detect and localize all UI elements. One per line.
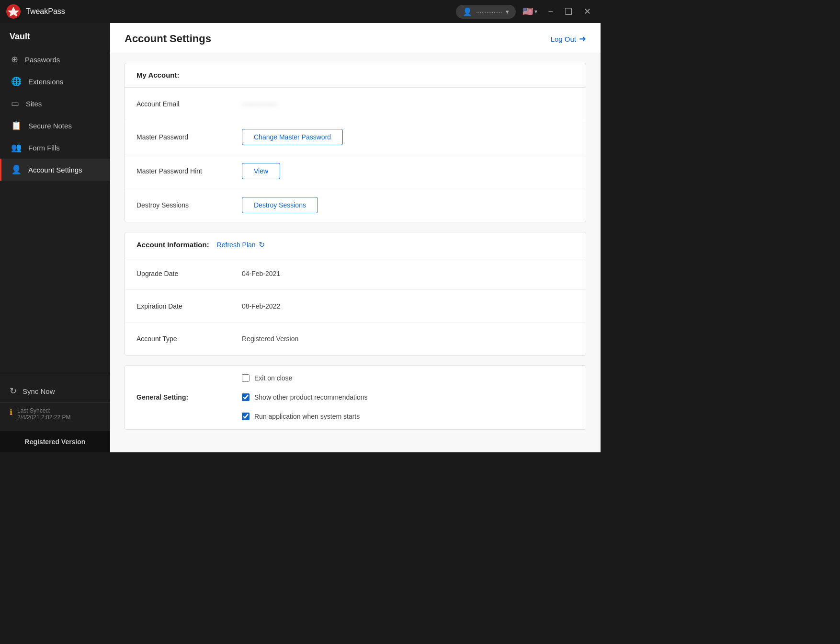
account-info-title: Account Information:: [136, 241, 209, 249]
exit-on-close-label: Exit on close: [254, 374, 292, 382]
logout-icon: ➜: [579, 34, 586, 44]
info-icon: ℹ: [10, 408, 12, 417]
my-account-header: My Account:: [125, 63, 586, 88]
general-setting-header-row: General Setting: Exit on close Show othe…: [125, 366, 586, 429]
general-setting-section: General Setting: Exit on close Show othe…: [125, 365, 586, 430]
exit-on-close-row[interactable]: Exit on close: [242, 374, 368, 382]
expiration-date-value: 08-Feb-2022: [242, 302, 280, 310]
general-setting-label: General Setting:: [136, 393, 242, 401]
user-badge[interactable]: 👤 ··············· ▾: [456, 5, 516, 19]
flag-dropdown-icon: ▾: [534, 8, 537, 15]
expiration-date-label: Expiration Date: [136, 302, 242, 310]
upgrade-date-value: 04-Feb-2021: [242, 270, 280, 277]
account-email-row: Account Email ···················: [125, 88, 586, 120]
sidebar-item-passwords[interactable]: ⊕ Passwords: [0, 48, 110, 70]
show-recommendations-checkbox[interactable]: [242, 393, 250, 401]
last-synced-time: 2/4/2021 2:02:22 PM: [17, 414, 70, 421]
refresh-icon: ↻: [259, 240, 265, 249]
titlebar: TweakPass 👤 ··············· ▾ 🇺🇸 ▾ − ❑ ✕: [0, 0, 601, 23]
sidebar-item-form-fills[interactable]: 👥 Form Fills: [0, 137, 110, 159]
vault-label: Vault: [0, 23, 110, 48]
destroy-sessions-label: Destroy Sessions: [136, 201, 242, 209]
expiration-date-row: Expiration Date 08-Feb-2022: [125, 290, 586, 322]
titlebar-controls: 👤 ··············· ▾ 🇺🇸 ▾ − ❑ ✕: [456, 4, 595, 19]
content-header: Account Settings Log Out ➜: [110, 23, 601, 53]
show-recommendations-label: Show other product recommendations: [254, 393, 368, 401]
close-button[interactable]: ✕: [580, 4, 595, 19]
my-account-title: My Account:: [136, 71, 179, 79]
logout-label: Log Out: [551, 35, 576, 43]
master-password-hint-label: Master Password Hint: [136, 167, 242, 175]
sidebar-item-label: Extensions: [28, 78, 63, 86]
account-type-value: Registered Version: [242, 335, 298, 343]
minimize-button[interactable]: −: [544, 5, 557, 19]
my-account-section: My Account: Account Email ··············…: [125, 63, 586, 222]
sidebar-item-sites[interactable]: ▭ Sites: [0, 92, 110, 115]
sidebar: Vault ⊕ Passwords 🌐 Extensions ▭ Sites 📋…: [0, 23, 110, 452]
last-synced-label: Last Synced:: [17, 407, 70, 414]
destroy-sessions-button[interactable]: Destroy Sessions: [242, 197, 318, 213]
sync-now-item[interactable]: ↻ Sync Now: [0, 380, 110, 402]
user-email: ···············: [476, 8, 502, 15]
change-master-password-button[interactable]: Change Master Password: [242, 129, 343, 145]
run-on-startup-label: Run application when system starts: [254, 413, 360, 420]
master-password-row: Master Password Change Master Password: [125, 120, 586, 154]
account-email-label: Account Email: [136, 100, 242, 108]
refresh-plan-button[interactable]: Refresh Plan ↻: [217, 240, 265, 249]
show-recommendations-row[interactable]: Show other product recommendations: [242, 393, 368, 401]
general-settings-checkboxes: Exit on close Show other product recomme…: [242, 374, 368, 420]
account-settings-icon: 👤: [11, 164, 22, 175]
destroy-sessions-row: Destroy Sessions Destroy Sessions: [125, 188, 586, 222]
exit-on-close-checkbox[interactable]: [242, 374, 250, 382]
run-on-startup-row[interactable]: Run application when system starts: [242, 413, 368, 420]
content-area: Account Settings Log Out ➜ My Account: A…: [110, 23, 601, 452]
app-logo: [6, 4, 21, 19]
maximize-button[interactable]: ❑: [561, 4, 576, 19]
logout-button[interactable]: Log Out ➜: [551, 34, 586, 44]
account-information-section: Account Information: Refresh Plan ↻ Upgr…: [125, 232, 586, 356]
sidebar-footer: Registered Version: [0, 431, 110, 452]
page-title: Account Settings: [125, 33, 211, 45]
account-info-header: Account Information: Refresh Plan ↻: [125, 232, 586, 257]
sidebar-item-label: Sites: [26, 100, 42, 108]
master-password-label: Master Password: [136, 133, 242, 141]
upgrade-date-label: Upgrade Date: [136, 270, 242, 277]
secure-notes-icon: 📋: [11, 120, 22, 131]
form-fills-icon: 👥: [11, 142, 22, 153]
sidebar-item-label: Passwords: [25, 56, 60, 64]
upgrade-date-row: Upgrade Date 04-Feb-2021: [125, 257, 586, 290]
content-body: My Account: Account Email ··············…: [110, 53, 601, 452]
passwords-icon: ⊕: [11, 54, 18, 65]
last-synced: ℹ Last Synced: 2/4/2021 2:02:22 PM: [0, 402, 110, 426]
sidebar-item-label: Secure Notes: [28, 122, 72, 130]
sidebar-item-label: Form Fills: [28, 144, 60, 152]
extensions-icon: 🌐: [11, 76, 22, 87]
app-name: TweakPass: [26, 7, 456, 16]
sidebar-item-account-settings[interactable]: 👤 Account Settings: [0, 159, 110, 181]
account-type-row: Account Type Registered Version: [125, 322, 586, 355]
refresh-plan-label: Refresh Plan: [217, 241, 256, 249]
account-type-label: Account Type: [136, 335, 242, 343]
sidebar-bottom: ↻ Sync Now ℹ Last Synced: 2/4/2021 2:02:…: [0, 375, 110, 431]
sidebar-item-extensions[interactable]: 🌐 Extensions: [0, 70, 110, 92]
sidebar-nav: ⊕ Passwords 🌐 Extensions ▭ Sites 📋 Secur…: [0, 48, 110, 375]
view-hint-button[interactable]: View: [242, 163, 280, 179]
flag-icon: 🇺🇸: [522, 6, 533, 17]
sites-icon: ▭: [11, 98, 19, 109]
language-selector[interactable]: 🇺🇸 ▾: [520, 4, 540, 19]
user-icon: 👤: [463, 7, 472, 16]
run-on-startup-checkbox[interactable]: [242, 413, 250, 420]
dropdown-icon: ▾: [506, 8, 509, 15]
sync-label: Sync Now: [23, 387, 55, 395]
account-email-value: ···················: [242, 100, 277, 108]
main-layout: Vault ⊕ Passwords 🌐 Extensions ▭ Sites 📋…: [0, 23, 601, 452]
sync-icon: ↻: [10, 386, 17, 396]
sidebar-item-secure-notes[interactable]: 📋 Secure Notes: [0, 115, 110, 137]
sidebar-item-label: Account Settings: [28, 166, 82, 174]
master-password-hint-row: Master Password Hint View: [125, 154, 586, 188]
